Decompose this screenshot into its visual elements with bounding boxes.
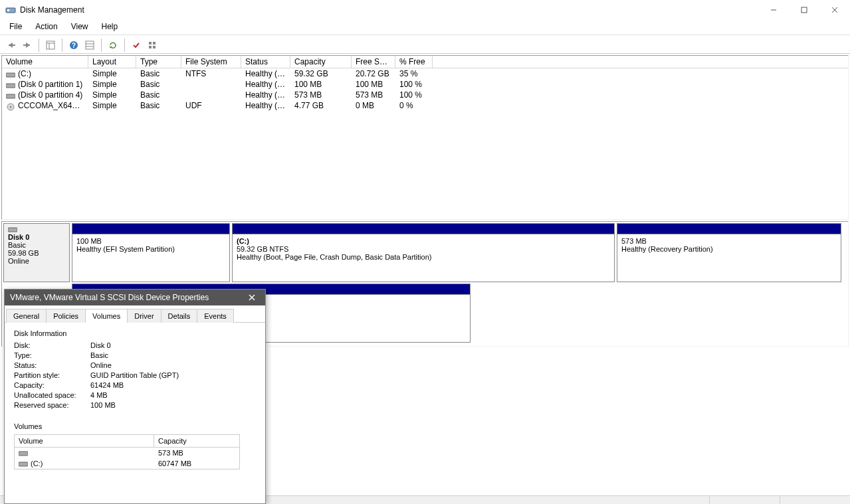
tab-driver[interactable]: Driver: [127, 309, 161, 323]
svg-rect-28: [19, 452, 28, 456]
col-pctfree[interactable]: % Free: [395, 56, 433, 68]
svg-rect-29: [19, 462, 28, 466]
toolbar-list-icon[interactable]: [82, 38, 97, 52]
cell: 100 MB: [290, 79, 352, 90]
lbl-type: Type:: [14, 351, 90, 359]
volume-icon: [6, 103, 15, 110]
svg-rect-20: [6, 73, 15, 77]
props-vh-volume[interactable]: Volume: [15, 435, 154, 447]
tab-policies[interactable]: Policies: [46, 309, 86, 323]
props-title: VMware, VMware Virtual S SCSI Disk Devic…: [10, 293, 209, 302]
menu-file[interactable]: File: [4, 21, 27, 33]
volume-icon: [19, 450, 28, 457]
svg-rect-13: [86, 41, 94, 49]
tab-volumes[interactable]: Volumes: [85, 309, 128, 323]
disk0-size: 59.98 GB: [8, 249, 39, 257]
partition-status: Healthy (EFI System Partition): [76, 245, 225, 253]
volume-list[interactable]: Volume Layout Type File System Status Ca…: [1, 55, 849, 220]
disk0-state: Online: [8, 257, 29, 265]
svg-text:?: ?: [72, 42, 76, 49]
forward-button[interactable]: [20, 38, 35, 52]
props-volume-row[interactable]: (C:) 60747 MB: [15, 458, 239, 469]
tab-details[interactable]: Details: [161, 309, 198, 323]
col-volume[interactable]: Volume: [2, 56, 88, 68]
svg-rect-22: [6, 94, 15, 98]
cell: 100 %: [395, 79, 433, 90]
props-volume-row[interactable]: 573 MB: [15, 448, 239, 458]
cell: 0 %: [395, 100, 433, 111]
col-filesystem[interactable]: File System: [181, 56, 241, 68]
lbl-disk: Disk:: [14, 341, 90, 349]
menu-view[interactable]: View: [66, 21, 94, 33]
properties-dialog[interactable]: VMware, VMware Virtual S SCSI Disk Devic…: [4, 289, 266, 504]
volume-row[interactable]: CCCOMA_X64FRE...SimpleBasicUDFHealthy (P…: [2, 100, 848, 111]
back-button[interactable]: [4, 38, 19, 52]
close-button[interactable]: [819, 0, 850, 20]
tab-general[interactable]: General: [6, 309, 47, 323]
cell: Simple: [88, 79, 136, 90]
svg-rect-18: [149, 46, 152, 48]
cell: (Disk 0 partition 4): [2, 90, 88, 100]
lbl-reserved: Reserved space:: [14, 401, 90, 409]
col-type[interactable]: Type: [136, 56, 181, 68]
partition-status: Healthy (Recovery Partition): [621, 245, 837, 253]
partition-bar: [617, 224, 841, 234]
svg-rect-25: [8, 228, 17, 232]
val-unalloc: 4 MB: [90, 391, 108, 399]
cell: CCCOMA_X64FRE...: [2, 100, 88, 111]
disk0-name: Disk 0: [8, 233, 29, 241]
disk0-box[interactable]: Disk 0 Basic 59.98 GB Online: [3, 223, 70, 282]
volume-row[interactable]: (Disk 0 partition 1)SimpleBasicHealthy (…: [2, 79, 848, 90]
toolbar-grid-icon[interactable]: [145, 38, 159, 52]
partition-box[interactable]: (C:)59.32 GB NTFSHealthy (Boot, Page Fil…: [232, 223, 615, 282]
props-vh-capacity[interactable]: Capacity: [154, 435, 191, 447]
section-volumes: Volumes: [14, 422, 256, 430]
svg-rect-8: [47, 41, 54, 49]
menu-action[interactable]: Action: [30, 21, 62, 33]
disk-icon: [8, 226, 65, 233]
svg-rect-16: [149, 42, 152, 44]
col-status[interactable]: Status: [241, 56, 290, 68]
partition-status: Healthy (Boot, Page File, Crash Dump, Ba…: [237, 253, 610, 261]
cell: Simple: [88, 68, 136, 79]
props-close-button[interactable]: [239, 290, 265, 305]
col-freespace[interactable]: Free Spa...: [352, 56, 395, 68]
section-disk-info: Disk Information: [14, 329, 256, 337]
help-icon[interactable]: ?: [66, 38, 81, 52]
cell: UDF: [181, 100, 241, 111]
svg-rect-3: [801, 7, 807, 13]
lbl-status: Status:: [14, 361, 90, 369]
cell: Simple: [88, 100, 136, 111]
cell: [181, 79, 241, 90]
disk0-type: Basic: [8, 241, 26, 249]
col-layout[interactable]: Layout: [88, 56, 136, 68]
cell: 100 %: [395, 90, 433, 100]
volume-row[interactable]: (C:)SimpleBasicNTFSHealthy (B...59.32 GB…: [2, 68, 848, 79]
volume-icon: [6, 92, 15, 99]
partition-size: 59.32 GB NTFS: [237, 245, 610, 253]
tab-events[interactable]: Events: [197, 309, 234, 323]
partition-box[interactable]: 100 MBHealthy (EFI System Partition): [72, 223, 230, 282]
col-capacity[interactable]: Capacity: [290, 56, 352, 68]
cell: Basic: [136, 100, 181, 111]
partition-bar: [233, 224, 614, 234]
cell: 35 %: [395, 68, 433, 79]
props-volume-table[interactable]: Volume Capacity 573 MB (C:) 60747 MB: [14, 434, 240, 469]
toolbar-view-icon[interactable]: [43, 38, 58, 52]
cell: NTFS: [181, 68, 241, 79]
lbl-unalloc: Unallocated space:: [14, 391, 90, 399]
maximize-button[interactable]: [789, 0, 819, 20]
volume-icon: [6, 82, 15, 88]
volume-row[interactable]: (Disk 0 partition 4)SimpleBasicHealthy (…: [2, 90, 848, 100]
val-capacity: 61424 MB: [90, 381, 124, 389]
cell: Healthy (P...: [241, 100, 290, 111]
toolbar-check-icon[interactable]: [129, 38, 144, 52]
minimize-button[interactable]: [758, 0, 789, 20]
svg-point-24: [10, 106, 12, 108]
cell: 100 MB: [352, 79, 395, 90]
statusbar-seg2: [709, 496, 780, 504]
partition-box[interactable]: 573 MBHealthy (Recovery Partition): [617, 223, 841, 282]
menu-help[interactable]: Help: [96, 21, 124, 33]
refresh-icon[interactable]: [106, 38, 120, 52]
svg-rect-19: [153, 46, 156, 48]
